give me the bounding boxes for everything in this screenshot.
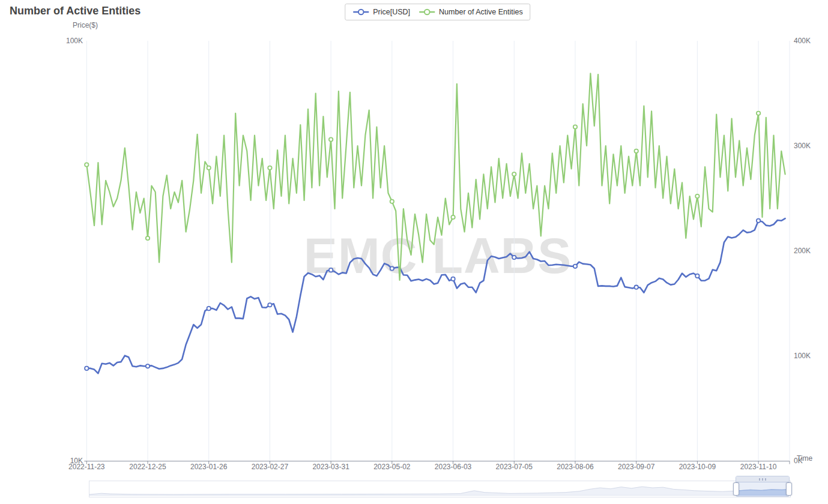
x-axis-name: Time xyxy=(797,454,812,463)
price-line[interactable] xyxy=(86,218,785,373)
entities-point-marker[interactable] xyxy=(390,200,394,203)
entities-point-marker[interactable] xyxy=(268,166,271,170)
x-axis-tick-label: 2023-10-09 xyxy=(672,463,722,471)
price-point-marker[interactable] xyxy=(757,219,760,223)
price-point-marker[interactable] xyxy=(573,265,577,268)
data-zoom-window[interactable] xyxy=(736,476,790,497)
entities-point-marker[interactable] xyxy=(695,194,699,198)
price-point-marker[interactable] xyxy=(85,367,88,370)
data-zoom-slider[interactable] xyxy=(89,481,791,497)
entities-point-marker[interactable] xyxy=(573,125,577,128)
right-axis-tick-label: 300K xyxy=(794,142,811,150)
x-axis-tick-label: 2023-03-31 xyxy=(306,463,356,471)
price-point-marker[interactable] xyxy=(451,277,455,281)
left-axis-tick-label: 100K xyxy=(62,37,83,45)
entities-point-marker[interactable] xyxy=(329,137,333,141)
data-zoom-left-handle[interactable] xyxy=(733,482,739,496)
x-axis-tick-label: 2023-08-06 xyxy=(550,463,600,471)
data-zoom-selected-range xyxy=(736,482,789,496)
price-point-marker[interactable] xyxy=(268,303,271,307)
x-axis-tick-label: 2022-12-25 xyxy=(122,463,173,471)
x-axis-tick-label: 2023-09-07 xyxy=(611,463,662,471)
price-point-marker[interactable] xyxy=(634,285,638,289)
plot-area xyxy=(0,0,828,504)
drag-grip-icon xyxy=(759,478,766,481)
right-axis-tick-label: 400K xyxy=(794,37,811,45)
entities-point-marker[interactable] xyxy=(512,172,516,176)
x-axis-tick-label: 2023-06-03 xyxy=(428,463,479,471)
x-axis-tick-label: 2023-05-02 xyxy=(367,463,417,471)
x-axis-tick-label: 2023-02-27 xyxy=(244,463,295,471)
price-point-marker[interactable] xyxy=(390,266,394,270)
price-point-marker[interactable] xyxy=(207,307,211,310)
data-zoom-overview-chart xyxy=(89,481,789,496)
data-zoom-right-handle[interactable] xyxy=(786,482,792,496)
x-axis-tick-label: 2023-11-10 xyxy=(733,463,784,471)
entities-point-marker[interactable] xyxy=(146,236,150,240)
x-axis-tick-label: 2023-01-26 xyxy=(184,463,234,471)
entities-point-marker[interactable] xyxy=(757,112,760,115)
entities-point-marker[interactable] xyxy=(85,163,88,166)
price-point-marker[interactable] xyxy=(329,268,333,272)
x-axis-tick-label: 2022-11-23 xyxy=(61,463,112,471)
right-axis-tick-label: 100K xyxy=(794,352,811,360)
overview-area xyxy=(89,487,789,496)
x-axis-tick-label: 2023-07-05 xyxy=(489,463,539,471)
entities-point-marker[interactable] xyxy=(451,215,455,219)
price-point-marker[interactable] xyxy=(146,364,150,368)
right-axis-tick-label: 200K xyxy=(794,247,811,255)
entities-line[interactable] xyxy=(86,73,785,280)
price-point-marker[interactable] xyxy=(695,274,699,278)
entities-point-marker[interactable] xyxy=(634,149,638,153)
chart-root: Number of Active Entities Price[USD] Num… xyxy=(0,0,828,504)
price-point-marker[interactable] xyxy=(512,256,516,259)
entities-point-marker[interactable] xyxy=(207,166,211,170)
